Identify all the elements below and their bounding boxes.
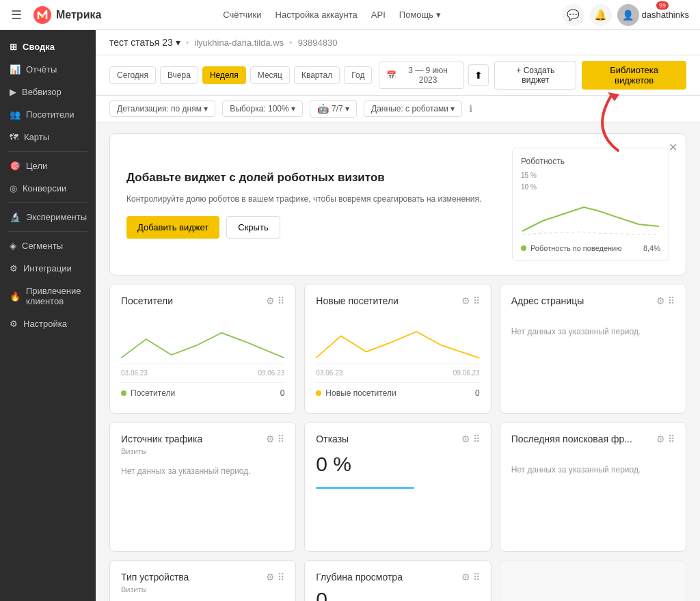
period-quarter[interactable]: Квартал (294, 66, 340, 84)
widget-title: Посетители (121, 295, 173, 306)
widget-gear-btn[interactable]: ⚙ (266, 572, 275, 583)
widget-grid-btn[interactable]: ⠿ (473, 572, 480, 583)
widget-controls: ⚙ ⠿ (461, 572, 480, 583)
data-filter-btn[interactable]: Данные: с роботами ▾ (364, 101, 462, 117)
metrika-logo-icon (33, 5, 52, 25)
library-btn[interactable]: Библиотека виджетов (582, 61, 686, 90)
sidebar-item-segments[interactable]: ◈ Сегменты (0, 235, 96, 257)
widget-header: Последняя поисковая фр... ⚙ ⠿ (511, 433, 675, 444)
acquisition-icon: 🔥 (10, 291, 21, 302)
chat-button[interactable]: 💬 (563, 4, 584, 26)
domain: ilyukhina-daria.tilda.ws (194, 38, 284, 48)
sample-filter-btn[interactable]: Выборка: 100% ▾ (222, 101, 303, 117)
sidebar-item-settings[interactable]: ⚙ Настройка (0, 312, 96, 335)
avatar-area[interactable]: 👤 99 dashathinks (617, 4, 689, 26)
sidebar-item-experiments[interactable]: 🔬 Эксперименты (0, 206, 96, 228)
widget-header: Отказы ⚙ ⠿ (316, 433, 479, 444)
top-nav-links: Счётчики Настройка аккаунта API Помощь ▾ (112, 10, 551, 20)
widget-controls: ⚙ ⠿ (266, 295, 284, 306)
widget-gear-btn[interactable]: ⚙ (656, 433, 665, 444)
settings-icon: ⚙ (10, 319, 18, 329)
widget-gear-btn[interactable]: ⚙ (656, 295, 665, 306)
sidebar-divider1 (8, 151, 88, 152)
sidebar-item-goals[interactable]: 🎯 Цели (0, 155, 96, 177)
detail-filter-btn[interactable]: Детализация: по дням ▾ (109, 101, 215, 117)
sidebar-divider2 (8, 202, 88, 203)
widget-grid-btn[interactable]: ⠿ (473, 433, 480, 444)
widget-controls: ⚙ ⠿ (656, 433, 675, 444)
widget-gear-btn[interactable]: ⚙ (461, 433, 470, 444)
username: dashathinks (642, 10, 689, 20)
promo-text: Добавьте виджет с долей роботных визитов… (126, 170, 496, 238)
sidebar-item-label: Конверсии (23, 183, 66, 193)
sidebar-item-reports[interactable]: 📊 Отчёты (0, 58, 96, 81)
sidebar-item-acquisition[interactable]: 🔥 Привлечение клиентов (0, 280, 96, 312)
widgets-grid: Посетители ⚙ ⠿ 03.06.23 09.06.23 Посе (96, 284, 700, 601)
logo-text: Метрика (56, 9, 101, 21)
widget-grid-btn[interactable]: ⠿ (473, 295, 480, 306)
hide-btn[interactable]: Скрыть (226, 216, 280, 239)
nav-link-help[interactable]: Помощь ▾ (399, 10, 441, 20)
widget-title: Тип устройства (121, 572, 189, 583)
chart-dates: 03.06.23 09.06.23 (121, 369, 284, 377)
top-nav: ☰ Метрика Счётчики Настройка аккаунта AP… (0, 0, 700, 30)
sidebar-item-label: Эксперименты (26, 212, 87, 222)
nav-link-counters[interactable]: Счётчики (223, 10, 261, 20)
period-week[interactable]: Неделя (202, 66, 246, 84)
bounces-bar (316, 487, 414, 489)
sidebar-item-label: Сегменты (22, 241, 63, 251)
sidebar-item-label: Вебвизор (22, 87, 62, 97)
widget-grid-btn[interactable]: ⠿ (278, 295, 284, 306)
widget-grid-btn[interactable]: ⠿ (278, 433, 284, 444)
sidebar-item-webvisor[interactable]: ▶ Вебвизор (0, 81, 96, 103)
upload-btn[interactable]: ⬆ (468, 64, 489, 86)
widget-grid-btn[interactable]: ⠿ (278, 572, 284, 583)
nav-link-account[interactable]: Настройка аккаунта (275, 10, 358, 20)
hamburger-icon[interactable]: ☰ (11, 8, 22, 23)
widget-page-address: Адрес страницы ⚙ ⠿ Нет данных за указанн… (500, 284, 686, 414)
bounces-value: 0 % (316, 453, 479, 476)
sidebar-item-label: Сводка (23, 42, 55, 52)
period-year[interactable]: Год (344, 66, 372, 84)
widget-grid-btn[interactable]: ⠿ (668, 295, 675, 306)
robots-filter-btn[interactable]: 🤖 7/7 ▾ (310, 100, 357, 118)
sidebar-item-conversions[interactable]: ◎ Конверсии (0, 177, 96, 200)
widget-gear-btn[interactable]: ⚙ (266, 433, 275, 444)
bell-button[interactable]: 🔔 (590, 4, 612, 26)
period-today[interactable]: Сегодня (109, 66, 156, 84)
sidebar-item-visitors[interactable]: 👥 Посетители (0, 103, 96, 126)
nav-link-api[interactable]: API (371, 10, 386, 20)
no-data-text: Нет данных за указанный период. (511, 465, 675, 475)
sidebar-item-dashboard[interactable]: ⊞ Сводка (0, 36, 96, 58)
widget-bounces: Отказы ⚙ ⠿ 0 % (304, 422, 491, 552)
visitors-icon: 👥 (10, 109, 21, 120)
add-widget-btn[interactable]: Добавить виджет (126, 216, 219, 239)
sidebar-item-label: Цели (26, 161, 47, 171)
sidebar-item-label: Привлечение клиентов (26, 286, 86, 306)
promo-desc: Контролируйте долю роботов в вашем трафи… (126, 193, 496, 205)
promo-chart-svg (521, 193, 660, 241)
sidebar-item-integrations[interactable]: ⚙ Интеграции (0, 257, 96, 280)
widget-gear-btn[interactable]: ⚙ (461, 295, 470, 306)
widget-header: Адрес страницы ⚙ ⠿ (511, 295, 675, 306)
promo-close-btn[interactable]: ✕ (669, 141, 677, 154)
widget-subtitle: Визиты (121, 585, 284, 593)
widget-gear-btn[interactable]: ⚙ (266, 295, 275, 306)
period-month[interactable]: Месяц (250, 66, 290, 84)
sidebar-item-label: Посетители (26, 109, 75, 120)
create-widget-btn[interactable]: + Создать виджет (494, 61, 576, 90)
widget-legend: Новые посетители 0 (316, 382, 479, 398)
visitors-chart (121, 312, 284, 366)
widget-grid-btn[interactable]: ⠿ (668, 433, 675, 444)
badge: 99 (656, 1, 669, 10)
widget-gear-btn[interactable]: ⚙ (461, 572, 470, 583)
widget-title: Последняя поисковая фр... (511, 433, 632, 444)
widget-header: Посетители ⚙ ⠿ (121, 295, 284, 306)
info-icon: ℹ (469, 103, 472, 114)
period-yesterday[interactable]: Вчера (160, 66, 198, 84)
date-range-btn[interactable]: 📅 3 — 9 июн 2023 (379, 62, 463, 89)
counter-name[interactable]: тест статья 23 ▾ (109, 37, 180, 48)
no-data-text: Нет данных за указанный период. (511, 327, 675, 336)
sidebar-item-maps[interactable]: 🗺 Карты (0, 126, 96, 148)
promo-chart-legend-value: 8,4% (643, 244, 660, 252)
